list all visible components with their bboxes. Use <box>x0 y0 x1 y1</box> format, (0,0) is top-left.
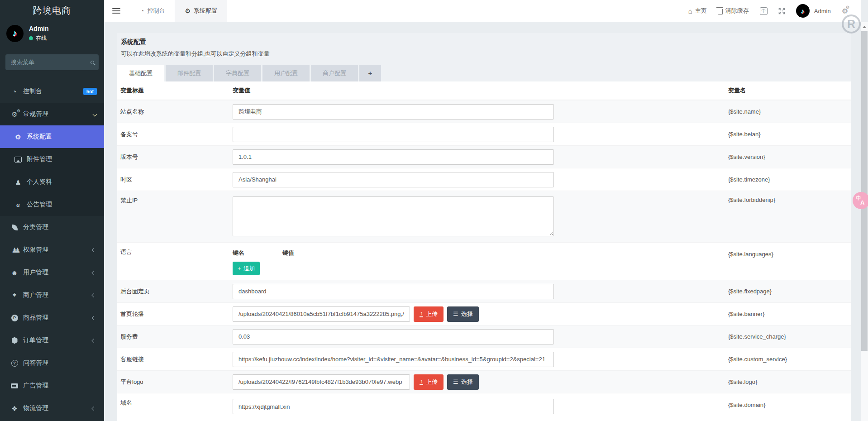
sidebar-item-label: 控制台 <box>23 87 42 96</box>
tab-merchant-config[interactable]: 商户配置 <box>311 65 358 81</box>
col-value-header: 变量值 <box>233 86 728 95</box>
chevron-down-icon <box>93 112 97 116</box>
config-row-forbidden-ip: 禁止IP {$site.forbiddenip} <box>117 191 851 242</box>
navbar-user[interactable]: ♪ Admin <box>796 4 831 18</box>
product-icon: P <box>10 315 19 321</box>
users-group-icon: ♟♟ <box>10 247 19 254</box>
gears-icon: ⚙ <box>846 5 849 10</box>
col-var-header: 变量名 <box>728 86 851 95</box>
sidebar-item-system-config[interactable]: ⚙ 系统配置 <box>0 125 104 148</box>
sidebar-item-label: 分类管理 <box>23 223 48 231</box>
avatar[interactable]: ♪ <box>6 25 24 42</box>
sidebar-item-logistics[interactable]: ❖ 物流管理 <box>0 397 104 420</box>
settings-button[interactable]: ⚙⚙ <box>842 7 848 15</box>
panel-body: 变量标题 变量值 变量名 站点名称 {$site.name} 备案号 {$sit… <box>117 81 851 421</box>
sidebar-item-label: 物流管理 <box>23 404 48 412</box>
sidebar-item-label: 附件管理 <box>27 155 52 163</box>
row-label: 版本号 <box>120 153 233 161</box>
person-icon: ♟ <box>14 179 23 186</box>
beian-input[interactable] <box>233 127 554 142</box>
hamburger-menu-icon[interactable] <box>112 0 120 22</box>
sidebar-item-products[interactable]: P 商品管理 <box>0 306 104 329</box>
brand-title: 跨境电商 <box>0 0 104 21</box>
row-label: 域名 <box>120 399 233 407</box>
var-name: {$site.domain} <box>728 402 851 408</box>
sidebar-item-label: 广告管理 <box>23 382 48 390</box>
domain-input[interactable] <box>233 399 554 414</box>
chevron-left-icon <box>92 248 96 252</box>
row-label: 站点名称 <box>120 108 233 116</box>
chevron-left-icon <box>92 338 96 343</box>
row-label: 后台固定页 <box>120 287 233 296</box>
page-scrollbar[interactable] <box>861 22 868 421</box>
choose-button[interactable]: ☰选择 <box>447 306 479 322</box>
sidebar-item-attachments[interactable]: 附件管理 <box>0 148 104 171</box>
site-name-input[interactable] <box>233 104 554 120</box>
apple-icon: ♠ <box>10 292 19 299</box>
sidebar-item-permissions[interactable]: ♟♟ 权限管理 <box>0 239 104 261</box>
image-icon <box>14 157 23 163</box>
page-title: 系统配置 <box>121 38 847 46</box>
row-label: 语言 <box>120 248 233 256</box>
home-link[interactable]: ⌂ 主页 <box>688 7 707 15</box>
forbidden-ip-textarea[interactable] <box>233 196 554 236</box>
gears-icon: ⚙⚙ <box>10 111 19 118</box>
chevron-left-icon <box>92 316 96 320</box>
question-icon: ? <box>10 360 19 367</box>
fixed-page-input[interactable] <box>233 284 554 299</box>
choose-button[interactable]: ☰选择 <box>447 374 479 390</box>
user-name: Admin <box>29 25 49 32</box>
timezone-input[interactable] <box>233 172 554 187</box>
banner-input[interactable] <box>233 306 410 322</box>
tab-mail-config[interactable]: 邮件配置 <box>166 65 213 81</box>
upload-icon: ↑ <box>420 311 423 317</box>
tab-dictionary-config[interactable]: 字典配置 <box>214 65 261 81</box>
clear-cache-button[interactable]: 清除缓存 <box>718 7 749 15</box>
tab-basic-config[interactable]: 基础配置 <box>117 65 164 81</box>
search-input[interactable] <box>11 59 91 66</box>
tab-user-config[interactable]: 用户配置 <box>262 65 310 81</box>
clear-cache-label: 清除缓存 <box>725 7 749 15</box>
sidebar-item-ads[interactable]: 广告管理 <box>0 374 104 397</box>
sidebar-item-orders[interactable]: 订单管理 <box>0 329 104 352</box>
navbar-tab-dashboard[interactable]: ◔ 控制台 <box>130 0 175 22</box>
translate-float-button[interactable]: 中 A <box>853 192 868 209</box>
upload-button[interactable]: ↑上传 <box>414 374 444 390</box>
sidebar-item-merchants[interactable]: ♠ 商户管理 <box>0 284 104 306</box>
logistics-icon: ❖ <box>10 405 19 412</box>
var-name: {$site.custom_service} <box>728 356 851 363</box>
service-charge-input[interactable] <box>233 329 554 344</box>
language-button[interactable]: 中 <box>760 7 768 15</box>
config-row-version: 版本号 {$site.version} <box>117 145 851 168</box>
var-name: {$site.banner} <box>728 311 851 317</box>
chevron-left-icon <box>92 270 96 275</box>
choose-label: 选择 <box>461 310 473 318</box>
page-description: 可以在此增改系统的变量和分组,也可以自定义分组和变量 <box>121 50 847 58</box>
ad-card-icon <box>10 383 19 388</box>
custom-service-input[interactable] <box>233 352 554 367</box>
logo-input[interactable] <box>233 374 410 390</box>
sidebar-item-general[interactable]: ⚙⚙ 常规管理 <box>0 103 104 125</box>
sidebar: 跨境电商 ♪ Admin 在线 ◔ 控制台 hot ⚙⚙ 常规管理 ⚙ 系统配置 <box>0 0 104 421</box>
upload-button[interactable]: ↑上传 <box>414 306 444 322</box>
sidebar-item-categories[interactable]: 分类管理 <box>0 216 104 239</box>
kv-key-header: 键名 <box>233 249 282 257</box>
sidebar-item-profile[interactable]: ♟ 个人资料 <box>0 171 104 193</box>
user-circle-icon: ☻ <box>10 269 19 276</box>
sidebar-item-label: 常规管理 <box>23 110 48 118</box>
navbar-tab-system-config[interactable]: ⚙ 系统配置 <box>175 0 227 22</box>
scroll-up-icon[interactable] <box>863 26 866 28</box>
config-row-beian: 备案号 {$site.beian} <box>117 123 851 145</box>
fullscreen-button[interactable] <box>778 8 785 14</box>
scrollbar-thumb[interactable] <box>861 31 868 351</box>
search-icon <box>91 61 94 64</box>
append-button[interactable]: + 追加 <box>233 262 260 275</box>
version-input[interactable] <box>233 149 554 165</box>
sidebar-item-qa[interactable]: ? 问答管理 <box>0 352 104 374</box>
sidebar-item-users[interactable]: ☻ 用户管理 <box>0 261 104 284</box>
sidebar-item-dashboard[interactable]: ◔ 控制台 hot <box>0 80 104 103</box>
sidebar-item-announcements[interactable]: a 公告管理 <box>0 193 104 216</box>
add-tab-button[interactable]: + <box>359 65 381 81</box>
translate-en-icon: A <box>860 199 864 206</box>
config-row-fixed-page: 后台固定页 {$site.fixedpage} <box>117 280 851 302</box>
